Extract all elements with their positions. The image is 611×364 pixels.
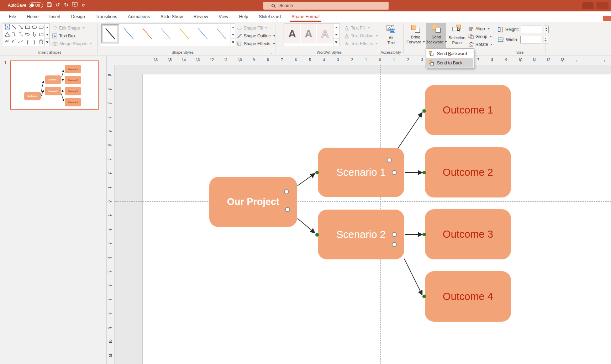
shape-outcome2[interactable]: Outcome 2: [425, 147, 511, 197]
arrow-shape-icon[interactable]: [18, 25, 23, 31]
ruler-number: 14: [182, 58, 186, 62]
shape-effects-button[interactable]: Shape Effects: [237, 40, 275, 48]
tab-help[interactable]: Help: [234, 12, 254, 22]
titlebar-right-control[interactable]: [596, 2, 609, 9]
shape-outcome3[interactable]: Outcome 3: [425, 209, 511, 259]
menu-item-label: Send to Back: [437, 60, 462, 65]
line-style-swatch-selected[interactable]: [101, 24, 119, 43]
line-style-swatch[interactable]: [157, 24, 175, 43]
text-fill-button[interactable]: A Text Fill: [344, 24, 370, 32]
merge-shapes-icon: [52, 42, 58, 46]
selection-pane-button[interactable]: Selection Pane: [447, 23, 467, 48]
text-outline-button[interactable]: A Text Outline: [344, 32, 378, 40]
tab-design[interactable]: Design: [66, 12, 90, 22]
ruler-number: 4: [107, 144, 111, 147]
slide-thumbnail[interactable]: Our Project Scenario 1 Scenario 2 Outcom…: [10, 60, 99, 110]
tab-shape-format[interactable]: Shape Format: [286, 12, 325, 22]
tab-slidelizard[interactable]: SlideLizard: [253, 12, 286, 22]
tab-animations[interactable]: Animations: [122, 12, 155, 22]
left-brace-shape-icon[interactable]: {: [27, 39, 28, 44]
group-button[interactable]: Group: [468, 33, 492, 41]
text-effects-button[interactable]: A Text Effects: [344, 40, 378, 48]
text-box-button[interactable]: A Text Box: [52, 32, 75, 40]
triangle-shape-icon[interactable]: [5, 32, 10, 38]
shape-outline-button[interactable]: Shape Outline: [237, 32, 275, 40]
wordart-style-swatch[interactable]: A: [317, 24, 333, 43]
line-style-swatches: [101, 24, 231, 46]
gallery-scroll-up-button[interactable]: [333, 24, 339, 31]
line-style-swatch[interactable]: [212, 24, 230, 43]
line-style-swatch[interactable]: [175, 24, 193, 43]
merge-shapes-button[interactable]: Merge Shapes: [52, 40, 92, 48]
tab-transitions[interactable]: Transitions: [90, 12, 123, 22]
gallery-more-button[interactable]: [333, 39, 339, 46]
tab-review[interactable]: Review: [188, 12, 214, 22]
freeform-shape-icon[interactable]: [38, 32, 44, 38]
text-outline-icon: A: [344, 33, 349, 38]
gallery-scroll-down-button[interactable]: [231, 31, 235, 39]
menu-item-send-backward[interactable]: Send Backward: [426, 49, 473, 58]
shape-scenario1[interactable]: Scenario 1: [318, 148, 404, 197]
tab-home[interactable]: Home: [21, 12, 44, 22]
edit-shape-button[interactable]: Edit Shape: [52, 24, 85, 32]
menu-item-send-to-back[interactable]: Send to Back: [426, 58, 473, 68]
gallery-more-button[interactable]: [45, 39, 49, 46]
bring-forward-button[interactable]: Bring Forward: [406, 23, 426, 48]
rounded-rectangle-shape-icon[interactable]: [38, 25, 44, 31]
rotate-icon: [468, 42, 474, 47]
tab-slide-show[interactable]: Slide Show: [155, 12, 188, 22]
shape-styles-dialog-launcher[interactable]: ⌟: [270, 51, 272, 54]
tab-file[interactable]: File: [4, 12, 21, 22]
elbow-connector-icon[interactable]: [11, 32, 17, 38]
shape-label: Outcome 2: [443, 167, 493, 178]
oval-shape-icon[interactable]: [32, 25, 37, 31]
height-input[interactable]: [521, 26, 542, 33]
shape-outcome1[interactable]: Outcome 1: [425, 85, 511, 135]
textbox-shape-icon[interactable]: A: [5, 24, 10, 31]
gallery-scroll-up-button[interactable]: [231, 24, 235, 31]
shape-scenario2[interactable]: Scenario 2: [318, 210, 404, 259]
tab-insert[interactable]: Insert: [44, 12, 66, 22]
search-box[interactable]: Search: [263, 2, 389, 10]
shape-our-project[interactable]: Our Project: [209, 177, 297, 227]
alt-text-button[interactable]: Alt Text: [381, 23, 401, 48]
align-button[interactable]: Align: [468, 25, 490, 33]
size-dialog-launcher[interactable]: ⌟: [541, 51, 542, 54]
rotate-button[interactable]: Rotate: [468, 41, 493, 48]
gallery-scroll-down-button[interactable]: [333, 31, 339, 39]
group-separator: [275, 23, 275, 54]
horizontal-guide[interactable]: [115, 201, 611, 202]
arc-shape-icon[interactable]: [11, 39, 17, 46]
height-spinner[interactable]: [544, 26, 549, 33]
send-backward-button[interactable]: Send Backward: [426, 23, 446, 48]
send-backward-label: Backward: [426, 39, 444, 44]
line-shape-icon[interactable]: [11, 25, 17, 31]
star-shape-icon[interactable]: [38, 39, 44, 46]
gallery-scroll-up-button[interactable]: [45, 24, 49, 31]
line-style-swatch[interactable]: [194, 24, 212, 43]
titlebar-right-control[interactable]: [582, 2, 594, 9]
wordart-style-swatch[interactable]: A: [284, 24, 300, 43]
ruler-number: 8: [107, 312, 111, 315]
gallery-more-button[interactable]: [231, 39, 235, 46]
shape-fill-button[interactable]: Shape Fill: [237, 24, 267, 32]
wordart-dialog-launcher[interactable]: ⌟: [374, 51, 375, 54]
right-arrow-shape-icon[interactable]: [25, 32, 30, 38]
shape-outcome4[interactable]: Outcome 4: [425, 271, 511, 322]
svg-text:A: A: [54, 35, 56, 38]
scribble-shape-icon[interactable]: [5, 39, 10, 46]
curve-shape-icon[interactable]: [18, 39, 23, 46]
width-input[interactable]: [520, 36, 541, 43]
ruler-number: 0: [379, 58, 381, 62]
rectangle-shape-icon[interactable]: [25, 25, 30, 31]
shape-label: Outcome 4: [443, 291, 493, 302]
line-style-swatch[interactable]: [120, 24, 138, 43]
line-style-swatch[interactable]: [138, 24, 156, 43]
wordart-style-swatch[interactable]: A: [301, 24, 316, 43]
gallery-scroll-down-button[interactable]: [45, 31, 49, 39]
svg-text:A: A: [6, 26, 8, 29]
down-arrow-shape-icon[interactable]: [32, 32, 37, 38]
tab-view[interactable]: View: [214, 12, 234, 22]
elbow-arrow-connector-icon[interactable]: [18, 32, 23, 38]
right-brace-shape-icon[interactable]: }: [33, 39, 35, 44]
